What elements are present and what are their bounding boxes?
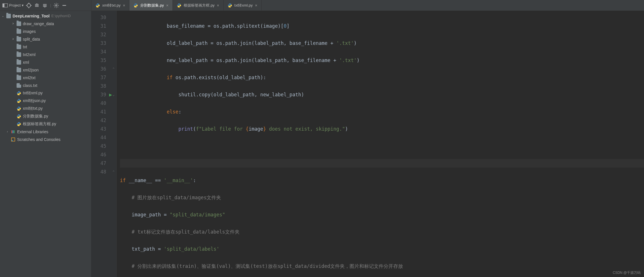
tab-xml-to-txt[interactable]: xml转txt.py× (91, 0, 129, 11)
target-icon[interactable] (26, 3, 32, 8)
project-dropdown[interactable]: Project ▾ (2, 3, 24, 8)
svg-point-4 (27, 3, 31, 7)
close-icon[interactable]: × (166, 3, 168, 8)
tab-draw-box[interactable]: 根据标签画方框.py× (173, 0, 224, 11)
line-gutter: 30313233343536373839▶404142434445464748 (91, 11, 111, 277)
gear-icon[interactable] (53, 3, 59, 8)
svg-rect-11 (11, 130, 12, 133)
tree-item[interactable]: xml转json.py (0, 97, 91, 105)
project-tree[interactable]: ⌄ DeepLearning_Tool E:\python\D >draw_ra… (0, 11, 91, 277)
tree-item[interactable]: txt转xml.py (0, 89, 91, 97)
code-area[interactable]: base_filename = os.path.splitext(image)[… (117, 11, 644, 277)
tree-item[interactable]: xml (0, 58, 91, 66)
tree-item[interactable]: class.txt (0, 81, 91, 89)
external-libraries[interactable]: › External Libraries (0, 128, 91, 135)
tree-item[interactable]: >draw_range_data (0, 20, 91, 27)
svg-rect-13 (14, 130, 15, 133)
expand-icon[interactable] (34, 3, 40, 8)
tab-split-dataset[interactable]: 分割数据集.py× (129, 0, 173, 11)
tab-txt-to-xml[interactable]: txt转xml.py× (224, 0, 262, 11)
fold-gutter[interactable]: ⌃ ⌄ ⌃ (111, 11, 117, 277)
tree-item[interactable]: 根据标签画方框.py (0, 120, 91, 128)
tree-item[interactable]: images (0, 27, 91, 35)
tree-item[interactable]: txt2xml (0, 51, 91, 58)
close-icon[interactable]: × (217, 3, 219, 8)
close-icon[interactable]: × (123, 3, 125, 8)
code-editor[interactable]: 30313233343536373839▶404142434445464748 … (91, 11, 644, 277)
tree-item[interactable]: xml2json (0, 66, 91, 74)
tree-root[interactable]: ⌄ DeepLearning_Tool E:\python\D (0, 12, 91, 20)
watermark: CSDN @千源万码 (613, 270, 641, 275)
minimize-icon[interactable] (61, 3, 67, 8)
svg-rect-3 (3, 3, 4, 7)
editor-tabs: xml转txt.py× 分割数据集.py× 根据标签画方框.py× txt转xm… (91, 0, 262, 11)
svg-rect-12 (13, 130, 13, 133)
top-toolbar: Project ▾ | xml转txt.py× 分割数据集.py× 根据标签画方… (0, 0, 644, 11)
close-icon[interactable]: × (255, 3, 257, 8)
collapse-icon[interactable] (42, 3, 48, 8)
tree-item[interactable]: txt (0, 43, 91, 51)
tree-item[interactable]: >split_data (0, 35, 91, 43)
run-icon[interactable]: ▶ (109, 90, 112, 99)
svg-point-9 (55, 5, 57, 6)
tree-item[interactable]: xml2txt (0, 74, 91, 81)
scratches-consoles[interactable]: Scratches and Consoles (0, 135, 91, 143)
tree-item[interactable]: xml转txt.py (0, 105, 91, 112)
svg-point-15 (12, 140, 13, 141)
tree-item[interactable]: 分割数据集.py (0, 112, 91, 120)
